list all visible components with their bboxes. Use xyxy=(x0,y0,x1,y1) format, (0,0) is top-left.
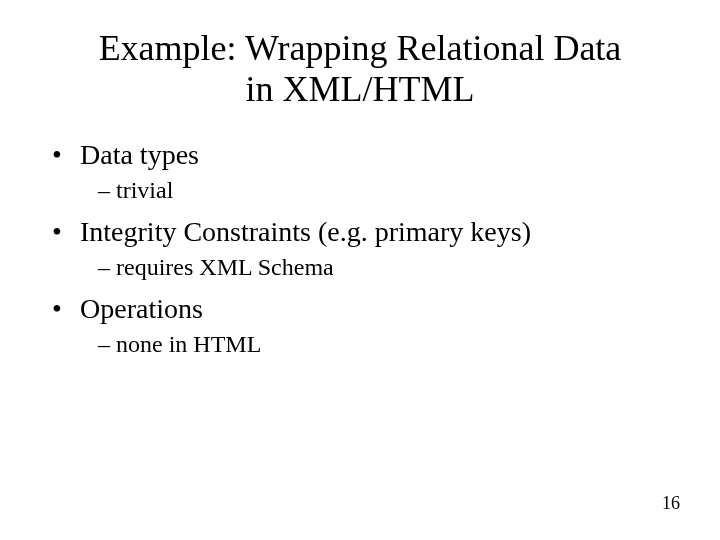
bullet-icon: • xyxy=(52,139,80,171)
bullet-text: Integrity Constraints (e.g. primary keys… xyxy=(80,216,531,248)
dash-icon: – xyxy=(98,177,116,204)
bullet-item: • Operations xyxy=(52,293,680,325)
bullet-icon: • xyxy=(52,293,80,325)
title-line-2: in XML/HTML xyxy=(246,69,475,109)
sub-item: – requires XML Schema xyxy=(52,254,680,281)
bullet-icon: • xyxy=(52,216,80,248)
slide-title: Example: Wrapping Relational Data in XML… xyxy=(0,0,720,111)
sub-text: none in HTML xyxy=(116,331,261,358)
dash-icon: – xyxy=(98,254,116,281)
sub-item: – trivial xyxy=(52,177,680,204)
bullet-text: Operations xyxy=(80,293,203,325)
sub-item: – none in HTML xyxy=(52,331,680,358)
sub-text: trivial xyxy=(116,177,173,204)
page-number: 16 xyxy=(662,493,680,514)
title-line-1: Example: Wrapping Relational Data xyxy=(99,28,622,68)
slide: Example: Wrapping Relational Data in XML… xyxy=(0,0,720,540)
bullet-item: • Data types xyxy=(52,139,680,171)
sub-text: requires XML Schema xyxy=(116,254,334,281)
slide-body: • Data types – trivial • Integrity Const… xyxy=(0,111,720,358)
bullet-text: Data types xyxy=(80,139,199,171)
bullet-item: • Integrity Constraints (e.g. primary ke… xyxy=(52,216,680,248)
dash-icon: – xyxy=(98,331,116,358)
